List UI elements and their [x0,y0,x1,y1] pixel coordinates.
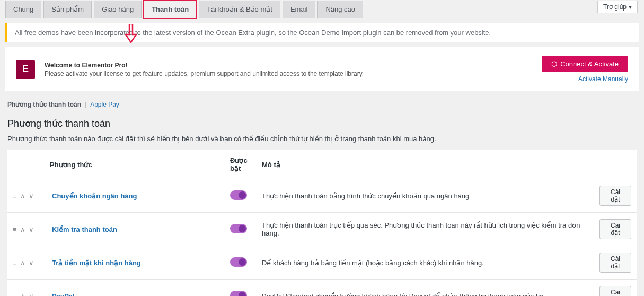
connect-label: Connect & Activate [560,60,619,68]
row-drag-handles[interactable]: ≡∧∨ [13,225,39,233]
method-link[interactable]: Kiểm tra thanh toán [52,225,117,233]
method-link[interactable]: PayPal [52,292,75,297]
drag-icon[interactable]: ≡ [13,225,17,233]
tab-0[interactable]: Chung [5,1,41,18]
row-drag-handles[interactable]: ≡∧∨ [13,292,39,297]
admin-notice: All free demos have been incorporated to… [5,23,639,42]
activate-manually-link[interactable]: Activate Manually [542,75,628,83]
method-desc: PayPal Standard chuyển hướng khách hàng … [257,280,594,297]
settings-button[interactable]: Cài đặt [599,253,631,273]
move-down-icon[interactable]: ∨ [29,259,34,267]
drag-icon[interactable]: ≡ [13,259,17,267]
connect-activate-button[interactable]: ⬡ Connect & Activate [542,56,628,72]
move-up-icon[interactable]: ∧ [20,192,25,200]
move-down-icon[interactable]: ∨ [29,225,34,233]
breadcrumb-link[interactable]: Apple Pay [90,101,119,108]
tab-2[interactable]: Giao hàng [94,1,142,18]
link-icon: ⬡ [551,60,557,68]
enabled-toggle[interactable] [230,257,247,267]
section-heading: Phương thức thanh toán [7,118,637,129]
elementor-text: Welcome to Elementor Pro! Please activat… [45,62,532,77]
move-down-icon[interactable]: ∨ [29,292,34,297]
move-up-icon[interactable]: ∧ [20,259,25,267]
method-desc: Thực hiện thanh toán trực tiếp qua séc. … [257,213,594,246]
table-row: ≡∧∨PayPalPayPal Standard chuyển hướng kh… [7,280,637,297]
method-link[interactable]: Chuyển khoản ngân hàng [52,192,137,200]
method-link[interactable]: Trả tiền mặt khi nhận hàng [52,259,141,267]
breadcrumb-sep: | [85,101,86,108]
enabled-toggle[interactable] [230,291,247,297]
tab-4[interactable]: Tài khoản & Bảo mật [199,1,280,18]
tabs-nav: ChungSản phẩmGiao hàngThanh toánTài khoả… [0,0,644,18]
row-drag-handles[interactable]: ≡∧∨ [13,259,39,267]
elementor-logo-icon: E [16,60,35,79]
col-desc: Mô tả [257,150,594,179]
settings-button[interactable]: Cài đặt [599,286,631,296]
elementor-logo-letter: E [22,64,29,75]
table-row: ≡∧∨Trả tiền mặt khi nhận hàngĐể khách hà… [7,246,637,280]
payment-methods-table: Phương thức Được bật Mô tả ≡∧∨Chuyển kho… [7,150,637,296]
help-dropdown[interactable]: Trợ giúp ▾ [597,1,638,13]
elementor-banner: E Welcome to Elementor Pro! Please activ… [5,47,639,91]
move-down-icon[interactable]: ∨ [29,192,34,200]
section-desc: Phương thức thanh toán nào được cài đặt … [7,135,637,143]
move-up-icon[interactable]: ∧ [20,292,25,297]
method-desc: Để khách hàng trả bằng tiền mặt (hoặc bằ… [257,246,594,280]
annotation-arrow-down [125,24,137,47]
table-row: ≡∧∨Chuyển khoản ngân hàngThực hiện thanh… [7,179,637,213]
table-row: ≡∧∨Kiểm tra thanh toánThực hiện thanh to… [7,213,637,246]
elementor-title: Welcome to Elementor Pro! [45,62,532,69]
tab-3[interactable]: Thanh toán [144,1,197,18]
drag-icon[interactable]: ≡ [13,292,17,297]
breadcrumb: Phương thức thanh toán | Apple Pay [0,97,644,112]
method-desc: Thực hiện thanh toán bằng hình thức chuy… [257,179,594,213]
elementor-desc: Please activate your license to get feat… [45,70,532,77]
enabled-toggle[interactable] [230,224,247,233]
tab-1[interactable]: Sản phẩm [43,1,92,18]
col-enabled: Được bật [225,150,257,179]
notice-text: All free demos have been incorporated to… [15,29,491,37]
col-action [594,150,637,179]
breadcrumb-current: Phương thức thanh toán [7,101,81,108]
help-label: Trợ giúp [603,3,627,11]
enabled-toggle[interactable] [230,190,247,200]
drag-icon[interactable]: ≡ [13,192,17,200]
col-drag [7,150,45,179]
tab-6[interactable]: Nâng cao [317,1,363,18]
settings-button[interactable]: Cài đặt [599,219,631,239]
payment-section: Phương thức thanh toán Phương thức thanh… [0,118,644,296]
col-method: Phương thức [45,150,225,179]
chevron-down-icon: ▾ [629,3,632,11]
tab-5[interactable]: Email [283,1,316,18]
row-drag-handles[interactable]: ≡∧∨ [13,192,39,200]
move-up-icon[interactable]: ∧ [20,225,25,233]
settings-button[interactable]: Cài đặt [599,186,631,206]
